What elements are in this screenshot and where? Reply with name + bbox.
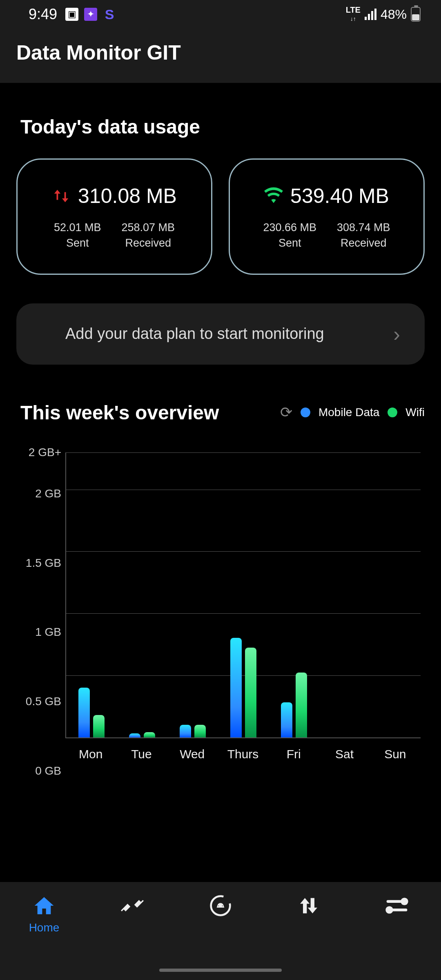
- wifi-received-label: Received: [337, 236, 390, 251]
- wifi-received-value: 308.74 MB: [337, 221, 390, 234]
- android-circle-icon: [209, 894, 232, 917]
- chart-bar-group: [128, 452, 156, 737]
- bottom-nav: Home: [0, 882, 441, 980]
- chart-gridline: [66, 737, 421, 738]
- chart-x-tick-label: Thurs: [227, 747, 259, 761]
- chart-bar-wifi: [296, 673, 307, 737]
- svg-point-2: [401, 898, 408, 905]
- chart-x-tick-label: Tue: [131, 747, 152, 761]
- nav-home[interactable]: Home: [0, 894, 88, 980]
- add-data-plan-banner[interactable]: Add your data plan to start monitoring ›: [16, 303, 425, 365]
- chart-x-tick-label: Sat: [335, 747, 354, 761]
- chart-bar-mobile: [180, 725, 191, 737]
- mobile-data-card[interactable]: 310.08 MB 52.01 MB Sent 258.07 MB Receiv…: [16, 158, 212, 275]
- wifi-sent-label: Sent: [263, 236, 316, 251]
- chart-x-tick-label: Mon: [79, 747, 102, 761]
- chart-bar-wifi: [93, 715, 105, 737]
- wifi-icon: [264, 187, 283, 205]
- chart-bar-group: [280, 452, 308, 737]
- mobile-sent-label: Sent: [54, 236, 101, 251]
- chart-bar-mobile: [281, 702, 292, 737]
- status-time: 9:49: [29, 6, 57, 23]
- chart-y-tick-label: 0 GB: [16, 764, 61, 777]
- app-title: Data Monitor GIT: [16, 41, 425, 65]
- nav-settings[interactable]: [353, 894, 441, 980]
- week-chart: MonTueWedThursFriSatSun 0 GB0.5 GB1 GB1.…: [16, 452, 425, 771]
- nav-setup[interactable]: [88, 894, 176, 980]
- mobile-received-label: Received: [121, 236, 175, 251]
- chart-y-tick-label: 0.5 GB: [16, 695, 61, 708]
- chart-x-tick-label: Wed: [180, 747, 205, 761]
- wrench-icon: [121, 894, 144, 917]
- chart-bar-wifi: [194, 725, 206, 737]
- legend-wifi-label: Wifi: [405, 406, 425, 419]
- home-icon: [33, 894, 56, 917]
- chart-bar-group: [330, 452, 359, 737]
- wifi-data-card[interactable]: 539.40 MB 230.66 MB Sent 308.74 MB Recei…: [229, 158, 425, 275]
- chart-bar-wifi: [245, 648, 256, 737]
- chart-bar-mobile: [230, 638, 242, 737]
- nav-app-usage[interactable]: [176, 894, 265, 980]
- up-down-arrows-icon: [297, 894, 320, 917]
- mobile-arrows-icon: [52, 187, 71, 205]
- chart-x-tick-label: Sun: [384, 747, 406, 761]
- app-notification-icon: ✦: [84, 8, 97, 21]
- svg-point-4: [385, 906, 393, 913]
- chart-x-tick-label: Fri: [287, 747, 301, 761]
- refresh-icon[interactable]: ⟳: [280, 404, 292, 421]
- legend-wifi-dot: [388, 408, 397, 417]
- battery-percent: 48%: [381, 7, 407, 22]
- wifi-sent-value: 230.66 MB: [263, 221, 316, 234]
- chevron-right-icon: ›: [393, 322, 400, 346]
- chart-y-tick-label: 2 GB+: [16, 446, 61, 459]
- chart-bar-wifi: [144, 732, 155, 737]
- gallery-notification-icon: ▣: [65, 8, 78, 21]
- nav-home-label: Home: [29, 921, 60, 934]
- mobile-total-value: 310.08 MB: [78, 184, 177, 208]
- mobile-sent-value: 52.01 MB: [54, 221, 101, 234]
- network-type-indicator: LTE ↓↑: [346, 6, 361, 23]
- nav-speed[interactable]: [265, 894, 353, 980]
- chart-bar-group: [77, 452, 106, 737]
- status-bar: 9:49 ▣ ✦ S LTE ↓↑ 48%: [0, 0, 441, 29]
- add-data-plan-text: Add your data plan to start monitoring: [65, 325, 324, 343]
- chart-y-tick-label: 1 GB: [16, 626, 61, 639]
- battery-icon: [411, 7, 421, 22]
- chart-bar-group: [381, 452, 410, 737]
- today-section-title: Today's data usage: [16, 116, 425, 138]
- wifi-total-value: 539.40 MB: [290, 184, 389, 208]
- legend-mobile-dot: [301, 408, 310, 417]
- chart-y-tick-label: 2 GB: [16, 487, 61, 500]
- mobile-received-value: 258.07 MB: [121, 221, 175, 234]
- week-section-title: This week's overview: [20, 401, 219, 424]
- chart-bar-group: [229, 452, 258, 737]
- signal-strength-icon: [365, 9, 376, 20]
- s-notification-icon: S: [103, 8, 116, 21]
- gesture-handle[interactable]: [159, 969, 282, 972]
- sliders-icon: [385, 894, 409, 917]
- chart-bar-mobile: [129, 733, 140, 737]
- chart-bar-group: [178, 452, 207, 737]
- chart-bar-mobile: [78, 688, 90, 737]
- legend-mobile-label: Mobile Data: [318, 406, 379, 419]
- chart-y-tick-label: 1.5 GB: [16, 557, 61, 570]
- app-header: Data Monitor GIT: [0, 29, 441, 83]
